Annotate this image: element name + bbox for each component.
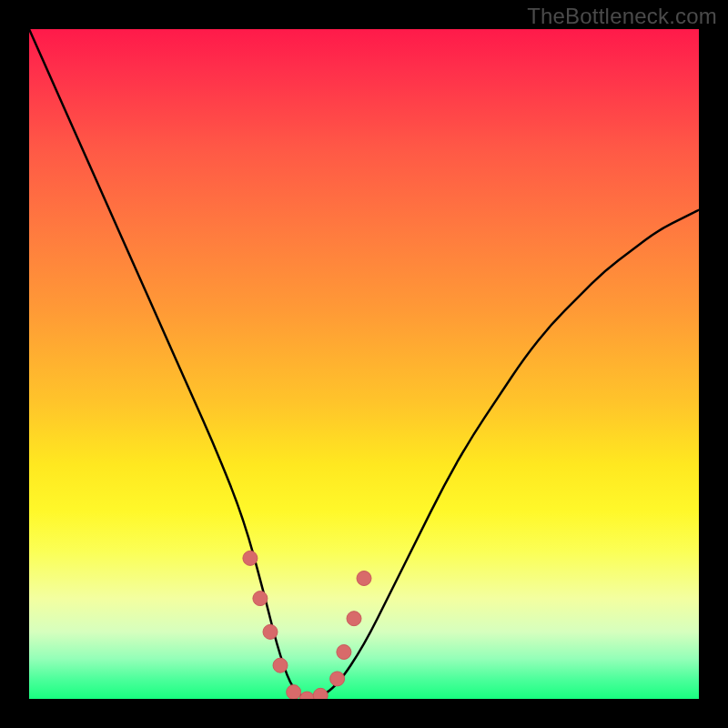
plot-area <box>29 29 699 699</box>
highlight-marker <box>273 658 288 672</box>
highlight-marker <box>313 688 328 699</box>
highlight-marker <box>337 645 351 660</box>
curve-overlay <box>29 29 699 699</box>
highlight-marker <box>253 592 268 606</box>
highlight-marker <box>347 612 361 626</box>
watermark-label: TheBottleneck.com <box>527 4 717 29</box>
highlight-marker <box>357 571 371 586</box>
marker-group <box>243 551 371 699</box>
highlight-marker <box>243 551 258 565</box>
chart-frame: TheBottleneck.com <box>0 0 728 728</box>
highlight-marker <box>330 672 345 686</box>
highlight-marker <box>287 685 301 699</box>
bottleneck-curve <box>29 29 699 699</box>
highlight-marker <box>263 624 278 639</box>
highlight-marker <box>299 692 314 699</box>
